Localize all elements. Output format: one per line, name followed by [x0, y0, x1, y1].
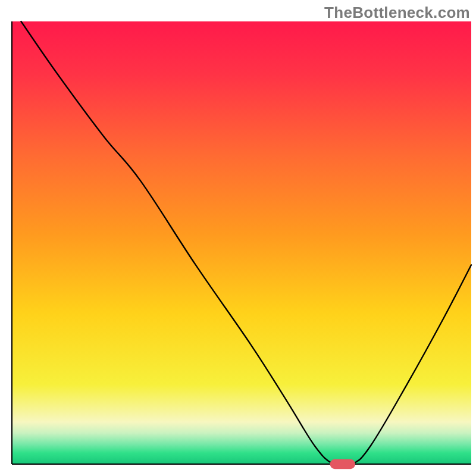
plot-background	[12, 21, 471, 464]
optimal-marker	[330, 459, 355, 469]
plot-svg	[0, 0, 476, 476]
watermark: TheBottleneck.com	[324, 4, 470, 22]
chart-container: TheBottleneck.com	[0, 0, 476, 476]
